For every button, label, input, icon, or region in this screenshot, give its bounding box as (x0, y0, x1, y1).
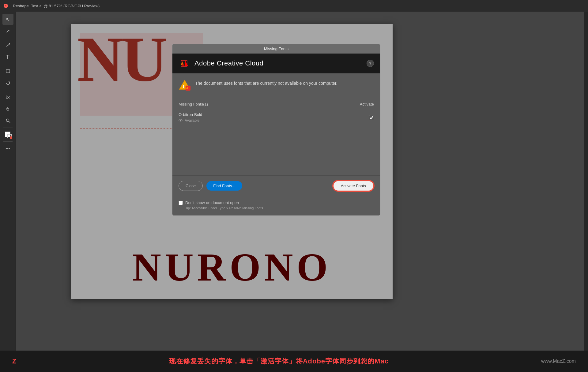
fonts-table-header: Missing Fonts(1) Activate (179, 98, 374, 109)
type-tool-button[interactable]: T (2, 51, 13, 62)
activate-fonts-button[interactable]: Activate Fonts (333, 180, 374, 191)
help-button[interactable]: ? (367, 60, 374, 67)
missing-fonts-dialog: Missing Fonts Ai (172, 44, 380, 216)
tool-separator-5 (3, 141, 13, 142)
work-area: ↖ ↗ T (0, 12, 588, 351)
rectangle-tool-button[interactable] (2, 66, 13, 77)
svg-text:!: ! (183, 84, 184, 89)
dont-show-row: Don't show on document open (179, 200, 374, 205)
title-bar: × Reshape_Text.ai @ 81.57% (RGB/GPU Prev… (0, 0, 588, 12)
svg-text:Ai: Ai (181, 62, 185, 66)
warning-section: ! Ai The document uses fonts that are cu… (172, 73, 380, 98)
canvas-area: NU NURONO Missing Fonts (16, 12, 588, 351)
svg-point-0 (9, 43, 10, 44)
warning-icon: ! Ai (179, 79, 191, 92)
app-container: × Reshape_Text.ai @ 81.57% (RGB/GPU Prev… (0, 0, 588, 372)
dialog-title-bar: Missing Fonts (172, 44, 380, 54)
svg-rect-1 (6, 70, 10, 73)
bottom-logo: Z (12, 357, 16, 365)
left-toolbar: ↖ ↗ T (0, 12, 16, 351)
cc-title-text: Adobe Creative Cloud (194, 59, 362, 67)
font-status-text: Available (185, 118, 199, 123)
bottom-url: www.MacZ.com (541, 359, 576, 364)
tool-separator-4 (3, 128, 13, 128)
title-bar-title: Reshape_Text.ai @ 81.57% (RGB/GPU Previe… (13, 4, 100, 8)
fill-stroke-indicator[interactable] (2, 129, 13, 140)
close-window-button[interactable]: × (4, 4, 8, 8)
font-status: 👁 Available (179, 118, 202, 123)
svg-point-3 (6, 98, 7, 99)
svg-point-6 (6, 119, 9, 122)
tool-separator-1 (3, 38, 13, 38)
svg-text:Ai: Ai (186, 86, 190, 90)
more-tools-button[interactable]: ••• (2, 143, 13, 154)
missing-fonts-label: Missing Fonts(1) (179, 102, 208, 106)
adobe-cc-logo: Ai (179, 58, 190, 69)
dialog-footer: Don't show on document open Tip: Accessi… (172, 196, 380, 215)
close-dialog-button[interactable]: Close (179, 181, 203, 191)
font-info: Orbitron-Bold 👁 Available (179, 112, 202, 123)
dont-show-checkbox[interactable] (179, 201, 183, 205)
direct-selection-tool-button[interactable]: ↗ (2, 25, 13, 36)
bottom-bar: Z 现在修复丢失的字体，单击「激活字体」将Adobe字体同步到您的Mac www… (0, 351, 588, 372)
zoom-tool-button[interactable] (2, 115, 13, 126)
svg-line-7 (9, 121, 10, 123)
font-name: Orbitron-Bold (179, 112, 202, 117)
cc-header: Ai Adobe Creative Cloud ? (172, 54, 380, 73)
hand-tool-button[interactable] (2, 103, 13, 114)
scissors-tool-button[interactable] (2, 92, 13, 103)
font-row: Orbitron-Bold 👁 Available (179, 109, 374, 126)
bottom-annotation-text: 现在修复丢失的字体，单击「激活字体」将Adobe字体同步到您的Mac (28, 357, 529, 366)
activate-column-label: Activate (360, 102, 374, 106)
font-activate-checkbox[interactable] (369, 115, 374, 120)
rotate-tool-button[interactable] (2, 77, 13, 88)
warning-message-text: The document uses fonts that are current… (195, 79, 337, 87)
fonts-empty-area (172, 126, 380, 175)
fonts-table-section: Missing Fonts(1) Activate Orbitron-Bold … (172, 98, 380, 126)
pen-tool-button[interactable] (2, 40, 13, 51)
dialog-buttons-row: Close Find Fonts... Activate Fonts (172, 175, 380, 196)
tool-separator-2 (3, 64, 13, 64)
dialog-body: Ai Adobe Creative Cloud ? ! (172, 54, 380, 216)
find-fonts-button[interactable]: Find Fonts... (206, 181, 242, 191)
svg-point-2 (6, 96, 7, 97)
tool-separator-3 (3, 90, 13, 90)
tip-text: Tip: Accessible under Type > Resolve Mis… (185, 206, 374, 210)
dont-show-label: Don't show on document open (185, 200, 239, 205)
selection-tool-button[interactable]: ↖ (2, 14, 13, 25)
dialog-title-text: Missing Fonts (264, 46, 288, 51)
font-status-icon: 👁 (179, 118, 183, 123)
